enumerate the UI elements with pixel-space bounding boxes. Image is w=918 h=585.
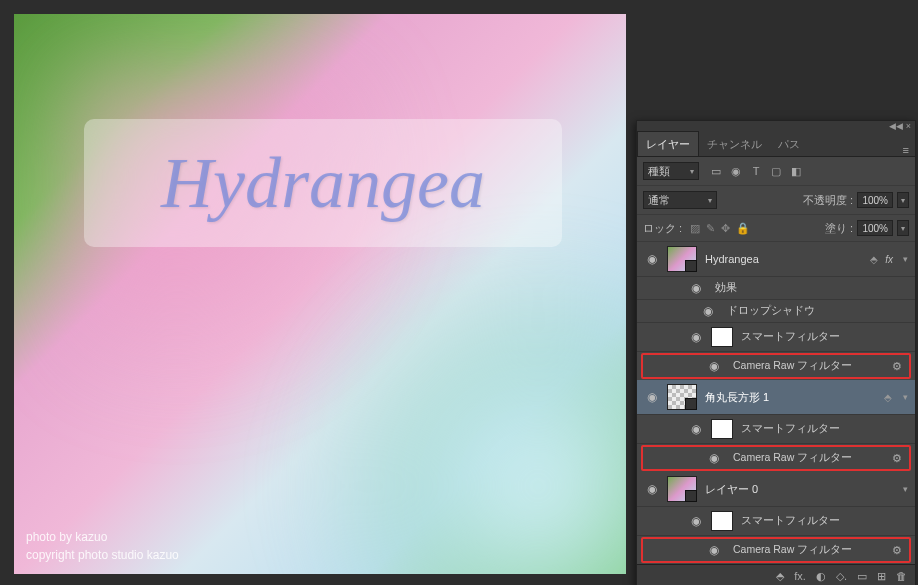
smart-filters-row[interactable]: ◉ スマートフィルター — [637, 323, 915, 352]
panel-collapse-bar[interactable]: ◀◀ × — [637, 121, 915, 131]
chevron-down-icon[interactable]: ▾ — [899, 392, 911, 402]
visibility-toggle[interactable]: ◉ — [685, 281, 707, 295]
filter-mask-thumbnail[interactable] — [711, 511, 733, 531]
opacity-dropdown-icon[interactable]: ▾ — [897, 192, 909, 208]
delete-layer-icon[interactable]: 🗑 — [896, 570, 907, 583]
visibility-toggle[interactable]: ◉ — [703, 359, 725, 373]
tab-paths[interactable]: パス — [770, 132, 808, 156]
add-mask-icon[interactable]: ◐ — [816, 570, 826, 583]
panel-tabs: レイヤー チャンネル パス ≡ — [637, 131, 915, 157]
layer-row-hydrangea[interactable]: ◉ Hydrangea ⬘ fx ▾ — [637, 242, 915, 277]
layer-row-background[interactable]: ◉ レイヤー 0 ▾ — [637, 472, 915, 507]
lock-icons: ▨ ✎ ✥ 🔒 — [690, 222, 750, 235]
lock-all-icon[interactable]: 🔒 — [736, 222, 750, 235]
smart-filter-item[interactable]: ◉ Camera Raw フィルター ⚙ — [643, 539, 909, 561]
visibility-toggle[interactable]: ◉ — [703, 451, 725, 465]
filter-shape-icon[interactable]: ▢ — [769, 164, 783, 178]
filter-smart-icon[interactable]: ◧ — [789, 164, 803, 178]
smart-filters-label: スマートフィルター — [737, 422, 911, 436]
credit-line-2: copyright photo studio kazuo — [26, 546, 179, 564]
title-text: Hydrangea — [161, 142, 485, 225]
collapse-icon[interactable]: ◀◀ × — [889, 121, 911, 131]
layer-group: ◉ 角丸長方形 1 ⬘ ▾ ◉ スマートフィルター ◉ Camera Raw フ… — [637, 380, 915, 471]
lock-paint-icon[interactable]: ✎ — [706, 222, 715, 235]
filter-adjust-icon[interactable]: ◉ — [729, 164, 743, 178]
visibility-toggle[interactable]: ◉ — [641, 482, 663, 496]
filter-name[interactable]: Camera Raw フィルター — [729, 359, 885, 373]
link-layers-icon[interactable]: ⬘ — [776, 570, 784, 583]
filter-mask-thumbnail[interactable] — [711, 419, 733, 439]
photo-credit: photo by kazuo copyright photo studio ka… — [26, 528, 179, 564]
fx-badge[interactable]: fx — [885, 254, 893, 265]
visibility-toggle[interactable]: ◉ — [703, 543, 725, 557]
lock-label: ロック : — [643, 221, 682, 236]
smart-filter-item[interactable]: ◉ Camera Raw フィルター ⚙ — [643, 447, 909, 469]
layer-group: ◉ レイヤー 0 ▾ ◉ スマートフィルター ◉ Camera Raw フィルタ… — [637, 472, 915, 563]
filter-name[interactable]: Camera Raw フィルター — [729, 543, 885, 557]
filter-mask-thumbnail[interactable] — [711, 327, 733, 347]
document-canvas[interactable]: Hydrangea photo by kazuo copyright photo… — [14, 14, 626, 574]
blend-mode-select[interactable]: 通常 — [643, 191, 717, 209]
layer-name[interactable]: 角丸長方形 1 — [701, 390, 877, 405]
filter-pixel-icon[interactable]: ▭ — [709, 164, 723, 178]
visibility-toggle[interactable]: ◉ — [641, 390, 663, 404]
link-icon[interactable]: ⬘ — [867, 254, 881, 265]
link-icon[interactable]: ⬘ — [881, 392, 895, 403]
visibility-toggle[interactable]: ◉ — [697, 304, 719, 318]
smart-filter-item[interactable]: ◉ Camera Raw フィルター ⚙ — [643, 355, 909, 377]
panel-footer: ⬘ fx. ◐ ◇. ▭ ⊞ 🗑 — [637, 564, 915, 585]
visibility-toggle[interactable]: ◉ — [641, 252, 663, 266]
visibility-toggle[interactable]: ◉ — [685, 514, 707, 528]
filter-settings-icon[interactable]: ⚙ — [889, 360, 905, 373]
add-fx-icon[interactable]: fx. — [794, 570, 806, 583]
layer-name[interactable]: レイヤー 0 — [701, 482, 895, 497]
layer-thumbnail[interactable] — [667, 384, 697, 410]
highlighted-filter: ◉ Camera Raw フィルター ⚙ — [641, 353, 911, 379]
layer-group: ◉ Hydrangea ⬘ fx ▾ ◉ 効果 ◉ ドロップシャドウ ◉ — [637, 242, 915, 379]
rounded-rect-shape: Hydrangea — [84, 119, 562, 247]
opacity-value[interactable]: 100% — [857, 192, 893, 208]
highlighted-filter: ◉ Camera Raw フィルター ⚙ — [641, 445, 911, 471]
smart-filters-label: スマートフィルター — [737, 330, 911, 344]
effects-label: 効果 — [711, 281, 911, 295]
visibility-toggle[interactable]: ◉ — [685, 330, 707, 344]
visibility-toggle[interactable]: ◉ — [685, 422, 707, 436]
chevron-down-icon[interactable]: ▾ — [899, 254, 911, 264]
fill-dropdown-icon[interactable]: ▾ — [897, 220, 909, 236]
smart-filters-row[interactable]: ◉ スマートフィルター — [637, 507, 915, 536]
layer-name[interactable]: Hydrangea — [701, 253, 863, 265]
add-adjustment-icon[interactable]: ◇. — [836, 570, 847, 583]
layers-panel: ◀◀ × レイヤー チャンネル パス ≡ 種類 ▭ ◉ T ▢ ◧ 通常 不透明… — [636, 120, 916, 585]
filter-name[interactable]: Camera Raw フィルター — [729, 451, 885, 465]
panel-menu-icon[interactable]: ≡ — [897, 144, 915, 156]
chevron-down-icon[interactable]: ▾ — [899, 484, 911, 494]
credit-line-1: photo by kazuo — [26, 528, 179, 546]
filter-kind-label: 種類 — [648, 164, 670, 179]
opacity-label: 不透明度 : — [803, 193, 853, 208]
fill-label: 塗り : — [825, 221, 853, 236]
layer-thumbnail[interactable] — [667, 246, 697, 272]
layer-filter-row: 種類 ▭ ◉ T ▢ ◧ — [637, 157, 915, 186]
tab-channels[interactable]: チャンネル — [699, 132, 770, 156]
layer-thumbnail[interactable] — [667, 476, 697, 502]
effect-item-row[interactable]: ◉ ドロップシャドウ — [637, 300, 915, 323]
effect-name[interactable]: ドロップシャドウ — [723, 304, 911, 318]
new-group-icon[interactable]: ▭ — [857, 570, 867, 583]
filter-settings-icon[interactable]: ⚙ — [889, 452, 905, 465]
blend-row: 通常 不透明度 : 100% ▾ — [637, 186, 915, 215]
effects-row[interactable]: ◉ 効果 — [637, 277, 915, 300]
layer-row-rounded-rect[interactable]: ◉ 角丸長方形 1 ⬘ ▾ — [637, 380, 915, 415]
highlighted-filter: ◉ Camera Raw フィルター ⚙ — [641, 537, 911, 563]
fill-value[interactable]: 100% — [857, 220, 893, 236]
lock-row: ロック : ▨ ✎ ✥ 🔒 塗り : 100% ▾ — [637, 215, 915, 242]
tab-layers[interactable]: レイヤー — [637, 131, 699, 156]
lock-transparent-icon[interactable]: ▨ — [690, 222, 700, 235]
filter-type-icon[interactable]: T — [749, 164, 763, 178]
smart-filters-row[interactable]: ◉ スマートフィルター — [637, 415, 915, 444]
layers-list: ◉ Hydrangea ⬘ fx ▾ ◉ 効果 ◉ ドロップシャドウ ◉ — [637, 242, 915, 563]
filter-icons: ▭ ◉ T ▢ ◧ — [709, 164, 803, 178]
filter-kind-select[interactable]: 種類 — [643, 162, 699, 180]
lock-position-icon[interactable]: ✥ — [721, 222, 730, 235]
new-layer-icon[interactable]: ⊞ — [877, 570, 886, 583]
filter-settings-icon[interactable]: ⚙ — [889, 544, 905, 557]
